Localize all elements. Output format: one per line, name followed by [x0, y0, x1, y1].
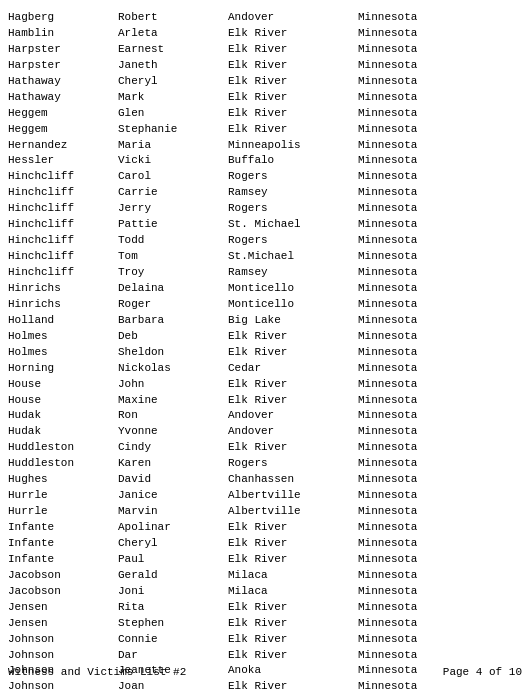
- table-row: JacobsonGeraldMilacaMinnesota: [8, 568, 522, 584]
- cell-last-name: Huddleston: [8, 456, 118, 472]
- cell-last-name: House: [8, 393, 118, 409]
- footer-left: Witness and Victims List #2: [8, 666, 186, 678]
- cell-city: Elk River: [228, 600, 358, 616]
- cell-first-name: Cheryl: [118, 536, 228, 552]
- table-row: HesslerVickiBuffaloMinnesota: [8, 153, 522, 169]
- cell-city: Big Lake: [228, 313, 358, 329]
- cell-city: Elk River: [228, 616, 358, 632]
- cell-city: Albertville: [228, 488, 358, 504]
- cell-state: Minnesota: [358, 504, 458, 520]
- cell-last-name: Holmes: [8, 345, 118, 361]
- cell-state: Minnesota: [358, 26, 458, 42]
- cell-first-name: Stephanie: [118, 122, 228, 138]
- cell-state: Minnesota: [358, 122, 458, 138]
- table-row: InfanteCherylElk RiverMinnesota: [8, 536, 522, 552]
- cell-city: Albertville: [228, 504, 358, 520]
- cell-last-name: Holland: [8, 313, 118, 329]
- cell-city: Rogers: [228, 201, 358, 217]
- cell-city: Rogers: [228, 233, 358, 249]
- cell-last-name: Heggem: [8, 122, 118, 138]
- table-row: HagbergRobertAndoverMinnesota: [8, 10, 522, 26]
- cell-city: Minneapolis: [228, 138, 358, 154]
- cell-first-name: Barbara: [118, 313, 228, 329]
- cell-state: Minnesota: [358, 10, 458, 26]
- table-row: HouseJohnElk RiverMinnesota: [8, 377, 522, 393]
- cell-state: Minnesota: [358, 472, 458, 488]
- table-row: HinchcliffJerryRogersMinnesota: [8, 201, 522, 217]
- cell-first-name: Ron: [118, 408, 228, 424]
- cell-state: Minnesota: [358, 361, 458, 377]
- cell-city: St.Michael: [228, 249, 358, 265]
- cell-city: Elk River: [228, 679, 358, 690]
- cell-first-name: Janice: [118, 488, 228, 504]
- footer-right: Page 4 of 10: [443, 666, 522, 678]
- cell-state: Minnesota: [358, 281, 458, 297]
- cell-state: Minnesota: [358, 520, 458, 536]
- cell-first-name: Yvonne: [118, 424, 228, 440]
- cell-last-name: Jensen: [8, 616, 118, 632]
- table-row: InfanteApolinarElk RiverMinnesota: [8, 520, 522, 536]
- table-row: HarpsterEarnestElk RiverMinnesota: [8, 42, 522, 58]
- cell-first-name: Maxine: [118, 393, 228, 409]
- cell-city: Chanhassen: [228, 472, 358, 488]
- cell-first-name: Cheryl: [118, 74, 228, 90]
- cell-last-name: Johnson: [8, 632, 118, 648]
- cell-city: Elk River: [228, 345, 358, 361]
- cell-city: Elk River: [228, 122, 358, 138]
- cell-city: Andover: [228, 408, 358, 424]
- cell-city: Buffalo: [228, 153, 358, 169]
- cell-last-name: Hinrichs: [8, 281, 118, 297]
- cell-state: Minnesota: [358, 185, 458, 201]
- cell-city: Elk River: [228, 552, 358, 568]
- cell-state: Minnesota: [358, 600, 458, 616]
- cell-last-name: Jacobson: [8, 584, 118, 600]
- cell-city: Andover: [228, 424, 358, 440]
- table-row: HolmesSheldonElk RiverMinnesota: [8, 345, 522, 361]
- table-row: HorningNickolasCedarMinnesota: [8, 361, 522, 377]
- cell-first-name: Tom: [118, 249, 228, 265]
- cell-state: Minnesota: [358, 648, 458, 664]
- cell-state: Minnesota: [358, 313, 458, 329]
- cell-last-name: Hessler: [8, 153, 118, 169]
- cell-last-name: Infante: [8, 520, 118, 536]
- cell-state: Minnesota: [358, 201, 458, 217]
- table-row: HurrleJaniceAlbertvilleMinnesota: [8, 488, 522, 504]
- table-row: JensenRitaElk RiverMinnesota: [8, 600, 522, 616]
- cell-city: Ramsey: [228, 265, 358, 281]
- cell-first-name: Joan: [118, 679, 228, 690]
- table-row: HughesDavidChanhassenMinnesota: [8, 472, 522, 488]
- cell-state: Minnesota: [358, 616, 458, 632]
- table-row: HinrichsDelainaMonticelloMinnesota: [8, 281, 522, 297]
- cell-city: Monticello: [228, 297, 358, 313]
- cell-last-name: Johnson: [8, 648, 118, 664]
- cell-first-name: Apolinar: [118, 520, 228, 536]
- cell-city: Elk River: [228, 329, 358, 345]
- cell-state: Minnesota: [358, 265, 458, 281]
- table-row: HernandezMariaMinneapolisMinnesota: [8, 138, 522, 154]
- cell-state: Minnesota: [358, 584, 458, 600]
- cell-city: Elk River: [228, 440, 358, 456]
- cell-city: Cedar: [228, 361, 358, 377]
- cell-state: Minnesota: [358, 568, 458, 584]
- cell-first-name: Marvin: [118, 504, 228, 520]
- cell-state: Minnesota: [358, 632, 458, 648]
- cell-state: Minnesota: [358, 297, 458, 313]
- cell-first-name: Paul: [118, 552, 228, 568]
- cell-city: Elk River: [228, 632, 358, 648]
- cell-state: Minnesota: [358, 249, 458, 265]
- cell-first-name: Glen: [118, 106, 228, 122]
- cell-last-name: Hinrichs: [8, 297, 118, 313]
- cell-city: Elk River: [228, 648, 358, 664]
- cell-city: Elk River: [228, 74, 358, 90]
- table-row: HinchcliffToddRogersMinnesota: [8, 233, 522, 249]
- cell-last-name: Hinchcliff: [8, 217, 118, 233]
- table-row: JensenStephenElk RiverMinnesota: [8, 616, 522, 632]
- cell-state: Minnesota: [358, 377, 458, 393]
- cell-last-name: Horning: [8, 361, 118, 377]
- cell-last-name: Hudak: [8, 424, 118, 440]
- cell-first-name: Deb: [118, 329, 228, 345]
- cell-city: Ramsey: [228, 185, 358, 201]
- cell-last-name: Hinchcliff: [8, 265, 118, 281]
- table-row: JacobsonJoniMilacaMinnesota: [8, 584, 522, 600]
- cell-state: Minnesota: [358, 153, 458, 169]
